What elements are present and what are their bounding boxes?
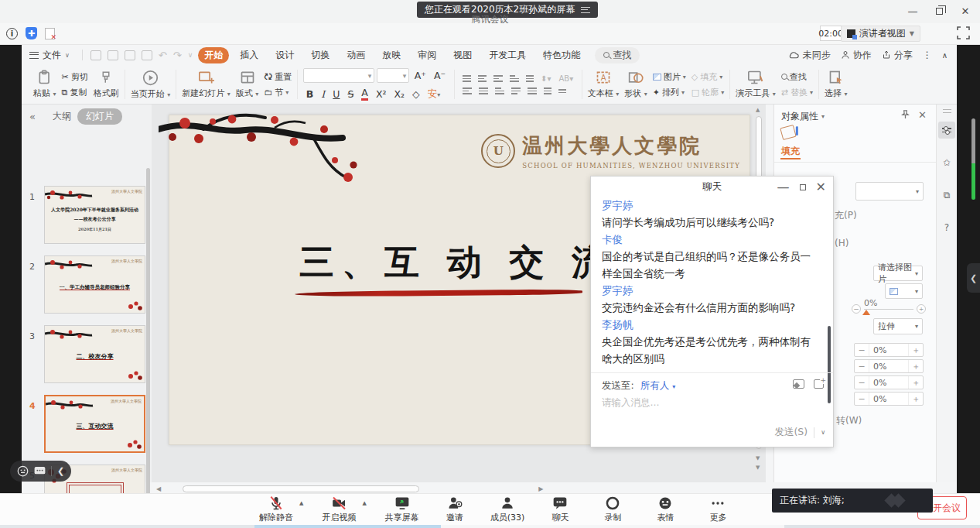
italic-button[interactable]: I [321,88,325,100]
layout-button[interactable]: 版式 ▾ [236,70,259,99]
properties-rail-button[interactable] [938,122,955,139]
minimize-button[interactable]: — [906,5,920,17]
tab-design[interactable]: 设计 [269,47,300,63]
stretch-select[interactable]: 拉伸▾ [873,318,923,334]
effects-rail-button[interactable]: ✩ [938,154,955,171]
format-painter-button[interactable]: 格式刷 [94,70,119,99]
redo-icon[interactable]: ↷ [173,50,182,61]
font-color-button[interactable]: A [361,87,368,101]
help-rail-button[interactable]: ? [938,219,955,236]
justify-icon[interactable] [511,87,521,94]
slider-track[interactable] [864,309,913,310]
print-icon[interactable] [125,50,135,60]
align-center-icon[interactable] [479,87,488,94]
emoji-button[interactable]: 表情 [648,495,682,523]
mic-options-icon[interactable]: ▲ [299,500,303,506]
chat-button[interactable]: 聊天 [543,495,577,523]
find-button-ribbon[interactable]: 查找 [781,71,813,83]
align-right-icon[interactable] [495,87,504,94]
shield-icon[interactable]: ✚ [26,27,37,39]
export-icon[interactable] [108,50,118,60]
arrange-button[interactable]: ✦排列 ▾ [653,87,686,98]
indent-increase-icon[interactable] [510,75,519,82]
scroll-down2-icon[interactable]: ▼ [756,465,760,471]
close-button[interactable]: ✕ [958,5,972,17]
superscript-button[interactable]: X² [376,88,387,100]
minus-icon[interactable]: − [852,304,861,314]
align-left-icon[interactable] [463,87,472,94]
send-to-select[interactable]: 所有人 ▾ [640,379,676,393]
numbering-icon[interactable] [478,75,487,82]
paragraph-spacing-icon[interactable] [558,89,566,93]
scroll-right-icon[interactable]: ▶ [535,485,546,492]
doc-error-icon[interactable] [45,28,55,39]
send-button[interactable]: 发送(S) [774,426,808,439]
find-button[interactable]: 查找 [595,47,640,63]
print-preview-icon[interactable] [142,50,152,60]
file-menu[interactable]: 文件 ∨ [22,49,77,62]
clear-format-button[interactable]: ◇ [412,88,420,100]
textbox-button[interactable]: A 文本框 ▾ [588,70,620,99]
slide-thumb-4-selected[interactable]: 4 温州大學人文學院 三、互动交流 [22,395,152,453]
camera-button[interactable]: 开启视频 [322,495,356,523]
slide-thumb-3[interactable]: 3 温州大學人文學院 二、校友分享 [22,325,152,383]
fill-button[interactable]: ◇填充 ▾ [691,71,724,83]
rail-drag-handle[interactable] [943,109,951,113]
select-button[interactable]: 选择 ▾ [825,70,848,99]
banner-menu-icon[interactable] [581,7,590,13]
tab-transition[interactable]: 切换 [305,47,336,63]
cut-button[interactable]: ✂剪切 [62,71,88,83]
fill-tab[interactable]: 填充 [781,145,800,158]
offset-stepper-3[interactable]: −0%＋ [854,375,924,389]
close-button[interactable]: ✕ [816,180,826,194]
sidebar-scrollbar[interactable] [146,168,150,528]
plus-icon[interactable]: ＋ [917,304,926,314]
rotate-with-shape-label[interactable]: 转(W) [836,414,862,427]
tab-home[interactable]: 开始 [198,47,229,63]
more-menu-icon[interactable]: ⋮ [923,50,932,60]
slider-handle[interactable] [862,306,870,315]
share-button[interactable]: 分享 [882,49,913,62]
strike-button[interactable]: S [347,88,353,100]
new-slide-button[interactable]: 新建幻灯片 ▾ [182,70,230,99]
fill-option-p-label[interactable]: 充(P) [835,209,857,222]
customize-toolbar-icon[interactable]: ∨ [188,51,193,59]
camera-options-icon[interactable]: ▲ [362,500,366,506]
indent-decrease-icon[interactable] [493,75,503,82]
text-fit-icon[interactable]: AB▾ [559,74,574,83]
chat-bubble-icon[interactable] [34,466,46,476]
info-icon[interactable]: i [6,28,18,39]
members-button[interactable]: 成员(33) [490,495,525,523]
text-direction-icon[interactable] [526,75,534,82]
tab-special[interactable]: 特色功能 [537,47,586,63]
fill-option-h-label[interactable]: (H) [835,238,849,249]
unmute-button[interactable]: 解除静音 [259,495,293,523]
tab-slideshow[interactable]: 放映 [376,47,407,63]
present-tools-button[interactable]: 演示工具 ▾ [736,70,776,99]
offset-stepper-4[interactable]: −0%＋ [854,392,924,406]
sidebar-collapse-button[interactable]: « [29,111,36,122]
distribute-icon[interactable] [528,87,537,94]
pin-icon[interactable] [901,110,910,122]
tab-devtools[interactable]: 开发工具 [483,47,532,63]
underline-button[interactable]: U [333,88,340,100]
minimize-button[interactable]: — [777,180,790,194]
transparency-slider[interactable]: − 0% ＋ [852,300,926,317]
paste-button[interactable]: 粘贴 ▾ [33,70,56,99]
collapse-side-tab[interactable]: ❮ [967,263,980,293]
chat-input[interactable]: 请输入消息... [602,396,659,410]
font-name-select[interactable]: ▾ [303,68,374,83]
sync-status[interactable]: 未同步 [788,49,831,62]
offset-stepper-1[interactable]: −0%＋ [854,343,924,357]
send-options-icon[interactable]: ∨ [821,429,825,436]
chat-messages[interactable]: 罗宇婷 请问学长考编成功后可以继续考公吗? 卡俊 国企的考试是自己组织的吗？还是… [602,197,820,367]
text-tool-button[interactable]: 安▾ [428,87,441,101]
scroll-down-icon[interactable]: ▼ [756,455,760,461]
tab-review[interactable]: 审阅 [411,47,442,63]
bullets-icon[interactable] [463,75,471,82]
hscroll-thumb[interactable] [183,485,419,492]
slide-thumb-1[interactable]: 1 温州大學人文學院 人文学院2020年下半年就业服务系列活动 ——校友考公云分… [22,186,152,244]
collapse-ribbon-icon[interactable]: ∧ [942,51,948,60]
fill-type-select[interactable]: ▾ [855,182,924,201]
subscript-button[interactable]: X₂ [394,88,405,100]
